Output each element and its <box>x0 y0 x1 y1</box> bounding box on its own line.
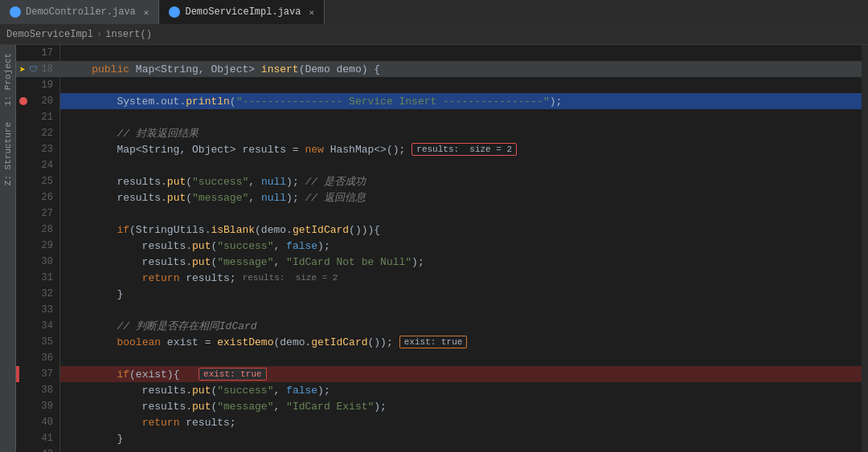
java-icon-active <box>169 6 180 18</box>
line-24: 24 <box>16 157 59 173</box>
tab-close-active-icon[interactable]: ✕ <box>309 7 314 18</box>
line-20: 20 <box>16 93 59 109</box>
breadcrumb-method[interactable]: insert() <box>105 29 152 40</box>
code-line-17 <box>60 45 862 61</box>
code-line-19 <box>60 77 862 93</box>
line-30: 30 <box>16 254 59 270</box>
vertical-tabs-left: 1: Project Z: Structure <box>0 45 16 452</box>
code-line-29: results.put("success", false); <box>60 238 862 254</box>
line-19: 19 <box>16 77 59 93</box>
breadcrumb-class[interactable]: DemoServiceImpl <box>6 29 93 40</box>
line-27: 27 <box>16 206 59 222</box>
scrollbar[interactable] <box>862 45 868 452</box>
tab-democontroller[interactable]: DemoController.java ✕ <box>0 0 159 24</box>
line-29: 29 <box>16 238 59 254</box>
breakpoint-dot-20 <box>19 97 27 105</box>
breadcrumb-bar: DemoServiceImpl › insert() <box>0 24 868 45</box>
code-line-28: if(StringUtils.isBlank(demo.getIdCard())… <box>60 222 862 238</box>
line-34: 34 <box>16 318 59 334</box>
arrow-icon: ➤ <box>19 63 26 76</box>
line-26: 26 <box>16 189 59 206</box>
sidebar-tab-project[interactable]: 1: Project <box>2 45 14 114</box>
line-25: 25 <box>16 173 59 189</box>
code-line-18: public Map<String, Object> insert(Demo d… <box>60 61 862 77</box>
line-38: 38 <box>16 382 59 398</box>
line-32: 32 <box>16 286 59 302</box>
code-line-33 <box>60 302 862 318</box>
line-35: 35 <box>16 334 59 350</box>
code-line-35: boolean exist = existDemo(demo.getIdCard… <box>60 334 862 350</box>
code-line-39: results.put("message", "IdCard Exist"); <box>60 398 862 414</box>
sidebar-tab-structure[interactable]: Z: Structure <box>2 114 14 193</box>
code-line-27 <box>60 206 862 222</box>
java-icon <box>10 6 21 18</box>
line-22: 22 <box>16 125 59 141</box>
tab-close-icon[interactable]: ✕ <box>144 7 149 18</box>
code-line-25: results.put("success", null); // 是否成功 <box>60 173 862 189</box>
line-33: 33 <box>16 302 59 318</box>
tab-demoserviceimpl[interactable]: DemoServiceImpl.java ✕ <box>159 0 325 24</box>
code-line-23: Map<String, Object> results = new HashMa… <box>60 141 862 157</box>
code-line-42 <box>60 446 862 452</box>
line-31: 31 <box>16 270 59 286</box>
line-28: 28 <box>16 222 59 238</box>
line-18: ➤ 🛡 18 <box>16 61 59 77</box>
code-line-38: results.put("success", false); <box>60 382 862 398</box>
code-line-30: results.put("message", "IdCard Not be Nu… <box>60 254 862 270</box>
debug-value-exist: exist: true <box>399 336 468 348</box>
debug-value-results-31: results: size = 2 <box>243 273 338 283</box>
tab-label-active: DemoServiceImpl.java <box>185 6 301 18</box>
code-line-36 <box>60 350 862 366</box>
line-37: 37 <box>16 366 59 382</box>
debug-inline-exist: exist: true <box>199 368 267 381</box>
code-line-40: return results; <box>60 414 862 430</box>
code-line-22: // 封装返回结果 <box>60 125 862 141</box>
code-line-34: // 判断是否存在相同IdCard <box>60 318 862 334</box>
line-21: 21 <box>16 109 59 125</box>
title-bar: DemoController.java ✕ DemoServiceImpl.ja… <box>0 0 868 24</box>
tab-label: DemoController.java <box>26 6 136 18</box>
code-line-21 <box>60 109 862 125</box>
code-line-37: if(exist){ exist: true <box>60 366 862 382</box>
line-39: 39 <box>16 398 59 414</box>
breadcrumb-separator: › <box>96 29 102 40</box>
line-36: 36 <box>16 350 59 366</box>
code-editor[interactable]: public Map<String, Object> insert(Demo d… <box>60 45 862 452</box>
code-line-32: } <box>60 286 862 302</box>
line-41: 41 <box>16 430 59 446</box>
debug-value-results: results: size = 2 <box>411 143 517 156</box>
code-line-24 <box>60 157 862 173</box>
code-line-31: return results; results: size = 2 <box>60 270 862 286</box>
line-17: 17 <box>16 45 59 61</box>
code-line-20: System.out.println("---------------- Ser… <box>60 93 862 109</box>
line-42: 42 <box>16 446 59 452</box>
main-layout: 1: Project Z: Structure 17 ➤ 🛡 18 19 20 … <box>0 45 868 452</box>
line-numbers-gutter: 17 ➤ 🛡 18 19 20 21 22 23 24 25 26 27 28 … <box>16 45 60 452</box>
code-line-41: } <box>60 430 862 446</box>
code-line-26: results.put("message", null); // 返回信息 <box>60 189 862 206</box>
shield-icon: 🛡 <box>29 64 38 75</box>
line-23: 23 <box>16 141 59 157</box>
line-40: 40 <box>16 414 59 430</box>
